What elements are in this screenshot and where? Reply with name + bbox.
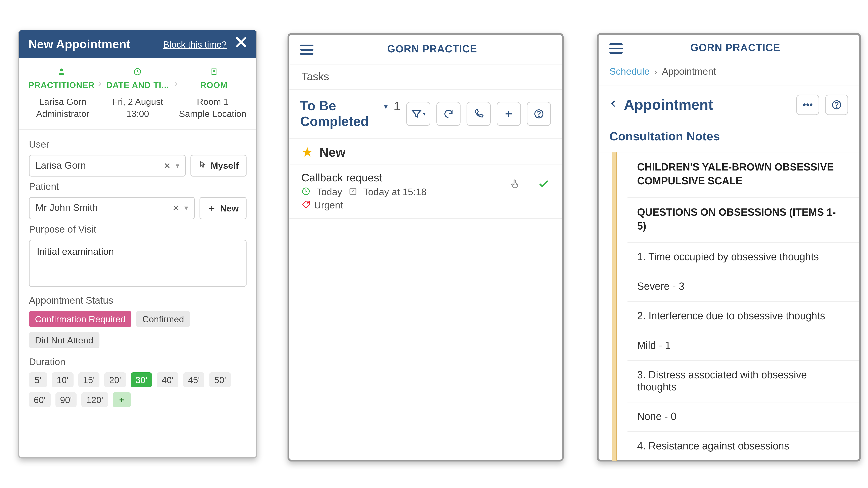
page-title: Appointment — [624, 96, 790, 113]
add-task-button[interactable] — [497, 102, 521, 126]
step-room[interactable]: ROOM — [178, 67, 250, 90]
user-value: Larisa Gorn — [36, 160, 163, 171]
menu-icon[interactable] — [610, 43, 623, 54]
duration-30[interactable]: 30' — [131, 372, 152, 387]
task-filter-dropdown[interactable]: To Be Completed ▾ 1 — [300, 98, 400, 130]
notes-body: CHILDREN'S YALE-BROWN OBSESSIVE COMPULSI… — [598, 153, 859, 461]
menu-icon[interactable] — [300, 44, 313, 55]
person-icon — [25, 67, 98, 78]
user-select[interactable]: Larisa Gorn ✕ ▾ — [29, 155, 186, 176]
task-section-header: ★ New — [289, 138, 562, 164]
pointer-icon — [198, 160, 207, 170]
patient-label: Patient — [29, 181, 247, 192]
wizard-step-values: Larisa Gorn Administrator Fri, 2 August … — [19, 93, 256, 129]
appointment-panel: GORN PRACTICE Schedule › Appointment App… — [597, 33, 861, 461]
complete-icon[interactable] — [538, 178, 550, 193]
duration-20[interactable]: 20' — [104, 372, 126, 387]
app-header: GORN PRACTICE — [289, 35, 562, 64]
status-chip-confirmation-required[interactable]: Confirmation Required — [29, 311, 131, 327]
help-button[interactable] — [527, 102, 551, 126]
task-section-label: New — [319, 145, 346, 160]
app-header: GORN PRACTICE — [598, 35, 859, 61]
patient-select[interactable]: Mr John Smith ✕ ▾ — [29, 197, 195, 219]
duration-60[interactable]: 60' — [29, 392, 51, 407]
task-toolbar: To Be Completed ▾ 1 ▾ — [289, 90, 562, 138]
status-chip-did-not-attend[interactable]: Did Not Attend — [29, 332, 99, 348]
call-button[interactable] — [467, 102, 491, 126]
clear-icon[interactable]: ✕ — [163, 161, 171, 170]
chevron-down-icon[interactable]: ▾ — [176, 161, 179, 170]
purpose-input[interactable]: Initial examination — [29, 239, 247, 287]
duration-5[interactable]: 5' — [29, 372, 47, 387]
duration-45[interactable]: 45' — [183, 372, 205, 387]
patient-value: Mr John Smith — [36, 202, 173, 213]
chevron-right-icon: › — [98, 77, 101, 90]
duration-10[interactable]: 10' — [52, 372, 73, 387]
brand-title: GORN PRACTICE — [623, 42, 848, 54]
duration-40[interactable]: 40' — [157, 372, 179, 387]
answer-item: None - 0 — [627, 402, 859, 432]
step-datetime[interactable]: DATE AND TI... — [101, 67, 174, 90]
svg-point-9 — [836, 107, 837, 108]
question-item: 1. Time occupied by obsessive thoughts — [627, 242, 859, 272]
new-appointment-panel: New Appointment Block this time? PRACTIT… — [18, 30, 257, 458]
appointment-time: 13:00 — [100, 108, 175, 120]
brand-title: GORN PRACTICE — [313, 43, 551, 56]
duration-options: 5' 10' 15' 20' 30' 40' 45' 50' 60' 90' 1… — [29, 372, 247, 407]
more-button[interactable]: ••• — [796, 95, 819, 115]
close-icon[interactable] — [235, 36, 247, 52]
new-patient-button[interactable]: ＋ New — [199, 197, 247, 219]
filter-button[interactable]: ▾ — [406, 102, 430, 126]
task-item[interactable]: Callback request Today Today at 15:18 Ur… — [289, 164, 562, 219]
answer-item: Mild - 1 — [627, 331, 859, 361]
refresh-button[interactable] — [436, 102, 461, 126]
room-name: Room 1 — [175, 96, 250, 108]
step-practitioner[interactable]: PRACTITIONER — [25, 67, 98, 90]
breadcrumb-schedule[interactable]: Schedule — [610, 66, 650, 77]
svg-point-4 — [538, 116, 539, 117]
room-location: Sample Location — [175, 108, 250, 120]
chevron-right-icon: › — [654, 67, 657, 76]
practitioner-name: Larisa Gorn — [25, 96, 100, 108]
appointment-date: Fri, 2 August — [100, 96, 175, 108]
clock-icon — [301, 187, 310, 198]
chevron-right-icon: › — [174, 77, 178, 90]
panel-title: New Appointment — [28, 37, 163, 51]
user-label: User — [29, 139, 247, 150]
back-icon[interactable] — [610, 99, 618, 111]
block-time-link[interactable]: Block this time? — [163, 39, 227, 49]
duration-90[interactable]: 90' — [55, 392, 77, 407]
duration-15[interactable]: 15' — [78, 372, 100, 387]
answer-item: Severe - 3 — [627, 272, 859, 302]
status-label: Appointment Status — [29, 295, 247, 306]
consultation-notes-header: Consultation Notes — [598, 124, 859, 153]
section-title: QUESTIONS ON OBSESSIONS (ITEMS 1-5) — [627, 198, 859, 243]
svg-rect-2 — [212, 69, 216, 74]
tag-icon — [301, 200, 310, 211]
pointer-icon[interactable] — [510, 178, 521, 192]
duration-label: Duration — [29, 356, 247, 367]
status-chips: Confirmation Required Confirmed Did Not … — [29, 311, 247, 348]
building-icon — [178, 67, 250, 78]
chevron-down-icon[interactable]: ▾ — [184, 204, 188, 212]
myself-button[interactable]: Myself — [191, 155, 247, 176]
breadcrumb-current: Appointment — [662, 66, 716, 77]
duration-120[interactable]: 120' — [82, 392, 108, 407]
star-icon: ★ — [301, 144, 313, 160]
help-button[interactable] — [825, 95, 848, 115]
plus-icon: ＋ — [207, 202, 216, 214]
question-item: 2. Interference due to obsessive thought… — [627, 302, 859, 331]
svg-point-7 — [307, 202, 308, 203]
clear-icon[interactable]: ✕ — [173, 203, 180, 213]
duration-add-button[interactable]: + — [113, 392, 131, 407]
clock-icon — [101, 67, 174, 78]
status-chip-confirmed[interactable]: Confirmed — [136, 311, 190, 327]
purpose-label: Purpose of Visit — [29, 224, 247, 235]
chevron-down-icon: ▾ — [384, 102, 388, 111]
question-item: 4. Resistance against obsessions — [627, 432, 859, 461]
edit-icon — [348, 187, 357, 198]
duration-50[interactable]: 50' — [209, 372, 231, 387]
task-count: 1 — [394, 99, 400, 113]
svg-point-0 — [60, 68, 63, 71]
task-filter-label: To Be Completed — [300, 98, 380, 130]
